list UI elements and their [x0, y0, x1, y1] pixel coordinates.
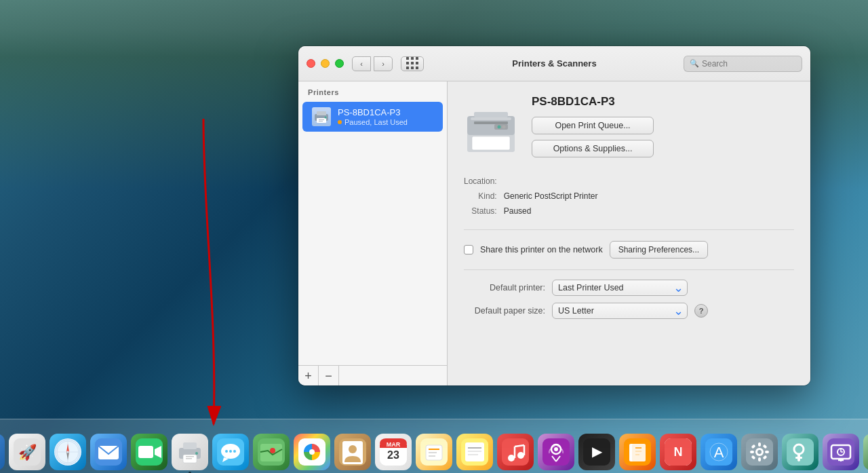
forward-button[interactable]: ›	[374, 56, 393, 71]
nav-buttons: ‹ ›	[352, 56, 393, 71]
svg-point-6	[325, 117, 327, 119]
open-print-queue-button[interactable]: Open Print Queue...	[532, 117, 654, 134]
svg-point-14	[502, 125, 506, 128]
facetime-icon	[136, 438, 163, 466]
dock-item-news[interactable]: N	[660, 434, 696, 470]
options-supplies-button[interactable]: Options & Supplies...	[532, 140, 654, 157]
view-toggle-button[interactable]	[401, 56, 424, 71]
printer-list-item[interactable]: PS-8BD1CA-P3 Paused, Last Used	[302, 102, 443, 132]
dock-item-safari[interactable]	[50, 434, 86, 470]
dock-item-photos[interactable]	[294, 434, 330, 470]
dock-item-messages[interactable]	[212, 434, 249, 470]
dock-item-music[interactable]	[497, 434, 534, 470]
svg-point-13	[498, 125, 501, 128]
printer-large-icon	[464, 102, 518, 156]
dock-item-podcasts[interactable]	[538, 434, 574, 470]
system-preferences-icon	[746, 438, 773, 466]
calendar-icon: MAR 23	[380, 438, 407, 466]
svg-rect-8	[472, 136, 510, 150]
dock-item-launchpad[interactable]: 🚀	[9, 434, 45, 470]
appstore-icon: A	[705, 438, 732, 466]
mail-icon	[95, 438, 122, 466]
default-printer-select-wrapper: Last Printer Used ⌄	[552, 280, 688, 296]
screentime-icon	[827, 438, 854, 466]
default-paper-select-wrapper: US Letter ⌄	[552, 303, 688, 319]
printer-icon-svg	[313, 110, 330, 124]
dock-item-system-preferences[interactable]	[741, 434, 778, 470]
grid-icon	[406, 57, 419, 70]
svg-rect-89	[632, 444, 646, 461]
remove-printer-button[interactable]: −	[319, 366, 339, 385]
svg-rect-39	[183, 442, 197, 449]
arrow-annotation	[156, 112, 258, 438]
default-printer-row: Default printer: Last Printer Used ⌄	[464, 280, 794, 296]
separator	[464, 229, 794, 230]
svg-text:N: N	[674, 445, 683, 459]
svg-rect-105	[765, 451, 769, 453]
dock-item-contacts[interactable]	[334, 434, 371, 470]
dock-item-screentime[interactable]	[823, 434, 859, 470]
status-label: Status:	[464, 206, 497, 216]
add-printer-button[interactable]: +	[298, 366, 319, 385]
content-area: Printers	[298, 81, 810, 385]
search-input[interactable]	[702, 59, 796, 69]
music-icon	[502, 438, 529, 466]
status-dot	[338, 120, 342, 124]
svg-rect-15	[471, 117, 511, 120]
help-button[interactable]: ?	[694, 304, 708, 318]
svg-point-75	[508, 455, 515, 461]
svg-rect-113	[795, 457, 802, 459]
minimize-button[interactable]	[321, 59, 330, 68]
close-button[interactable]	[307, 59, 315, 68]
dock-item-reminders[interactable]	[416, 434, 452, 470]
default-paper-select[interactable]: US Letter	[552, 303, 688, 319]
svg-point-76	[517, 452, 524, 459]
dock-item-appletv[interactable]: ▶	[578, 434, 615, 470]
printer-list: PS-8BD1CA-P3 Paused, Last Used	[298, 100, 447, 365]
back-button[interactable]: ‹	[352, 56, 371, 71]
appletv-icon: ▶	[583, 438, 610, 466]
sidebar: Printers	[298, 81, 448, 385]
default-paper-row: Default paper size: US Letter ⌄ ?	[464, 303, 794, 319]
svg-rect-4	[319, 119, 324, 120]
share-row: Share this printer on the network Sharin…	[464, 241, 794, 259]
separator-2	[464, 269, 794, 270]
dock-item-finder[interactable]	[0, 434, 5, 470]
dock-item-maps[interactable]	[253, 434, 290, 470]
keychain-icon	[787, 438, 814, 466]
maximize-button[interactable]	[335, 59, 344, 68]
sharing-preferences-button[interactable]: Sharing Preferences...	[610, 241, 708, 259]
printer-info: PS-8BD1CA-P3 Paused, Last Used	[338, 107, 433, 126]
dock-item-printer[interactable]	[172, 434, 208, 470]
default-printer-select[interactable]: Last Printer Used	[552, 280, 688, 296]
printer-name: PS-8BD1CA-P3	[338, 107, 433, 117]
svg-rect-12	[474, 112, 508, 117]
share-checkbox[interactable]	[464, 245, 473, 254]
notes-icon	[461, 438, 488, 466]
svg-rect-103	[758, 457, 761, 461]
svg-point-48	[229, 450, 232, 453]
dock-item-appstore[interactable]: A	[701, 434, 737, 470]
svg-point-101	[757, 450, 762, 454]
dock-item-facetime[interactable]	[131, 434, 167, 470]
dock-item-keychain[interactable]	[782, 434, 818, 470]
dock-item-notes[interactable]	[456, 434, 493, 470]
dock-item-books[interactable]	[619, 434, 656, 470]
safari-icon	[54, 438, 81, 466]
dock-item-mail[interactable]	[90, 434, 127, 470]
desktop: ‹ › Printers & Scanners 🔍	[0, 0, 868, 473]
dock-printer-icon	[176, 438, 203, 466]
printer-large-svg	[464, 102, 518, 153]
dock-item-calendar[interactable]: MAR 23	[375, 434, 412, 470]
svg-rect-36	[138, 446, 153, 458]
dock: 🚀	[0, 419, 868, 473]
svg-rect-11	[494, 124, 508, 130]
books-icon	[624, 438, 651, 466]
svg-point-82	[554, 447, 558, 451]
printers-scanners-window: ‹ › Printers & Scanners 🔍	[298, 46, 810, 385]
contacts-icon	[339, 438, 366, 466]
svg-text:▶: ▶	[592, 444, 603, 459]
search-box[interactable]: 🔍	[684, 56, 802, 72]
svg-text:MAR: MAR	[387, 441, 401, 448]
dock-item-activity-monitor[interactable]	[863, 434, 868, 470]
